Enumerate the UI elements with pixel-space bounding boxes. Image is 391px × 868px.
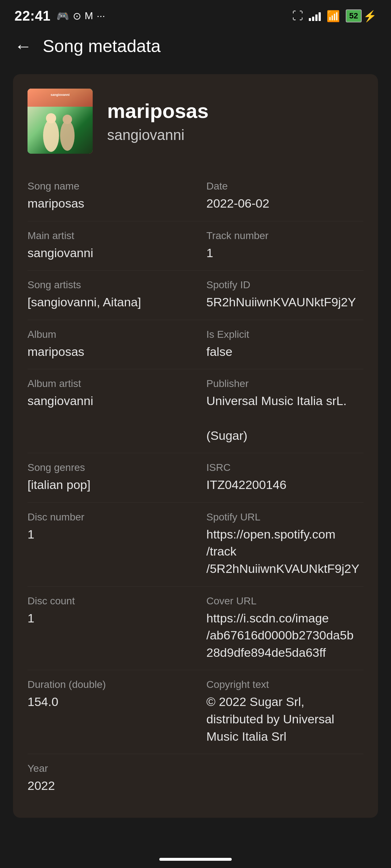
meta-value-disc-count: 1 <box>28 610 185 627</box>
status-bar: 22:41 🎮 ⊙ M ··· ⛶ 📶 52 ⚡ <box>0 0 391 29</box>
meta-value-is-explicit: false <box>206 343 363 361</box>
meta-label-song-genres: Song genres <box>28 462 185 473</box>
meta-track-number: Track number 1 <box>196 221 363 271</box>
signal-bar-3 <box>315 14 318 21</box>
song-header: sangiovanni mariposas sangiovanni <box>28 89 363 154</box>
meta-value-spotify-id: 5R2hNuiiwnKVAUNktF9j2Y <box>206 294 363 311</box>
song-artist-large: sangiovanni <box>107 127 209 143</box>
meta-value-isrc: ITZ042200146 <box>206 476 363 494</box>
meta-label-cover-url: Cover URL <box>206 595 363 607</box>
meta-value-album-artist: sangiovanni <box>28 392 185 410</box>
meta-isrc: ISRC ITZ042200146 <box>196 453 363 503</box>
status-left: 22:41 🎮 ⊙ M ··· <box>14 8 105 24</box>
meta-album: Album mariposas <box>28 320 196 370</box>
meta-label-disc-count: Disc count <box>28 595 185 607</box>
meta-song-artists: Song artists [sangiovanni, Aitana] <box>28 271 196 320</box>
meta-label-is-explicit: Is Explicit <box>206 329 363 340</box>
meta-label-album-artist: Album artist <box>28 378 185 390</box>
meta-is-explicit: Is Explicit false <box>196 320 363 370</box>
meta-spotify-url: Spotify URL https://open.spotify.com /tr… <box>196 503 363 587</box>
svg-point-3 <box>60 120 75 151</box>
meta-value-publisher: Universal Music Italia srL. (Sugar) <box>206 392 363 444</box>
battery-level: 52 <box>346 9 362 22</box>
meta-label-spotify-id: Spotify ID <box>206 279 363 291</box>
circle-icon: ⊙ <box>73 10 81 22</box>
song-title-large: mariposas <box>107 99 209 123</box>
meta-label-publisher: Publisher <box>206 378 363 390</box>
svg-rect-1 <box>28 89 93 107</box>
meta-disc-count: Disc count 1 <box>28 587 196 671</box>
bluetooth-icon: ⛶ <box>292 10 303 22</box>
meta-date: Date 2022-06-02 <box>196 172 363 221</box>
meta-label-year: Year <box>28 763 185 774</box>
svg-point-4 <box>46 113 56 123</box>
meta-label-album: Album <box>28 329 185 340</box>
meta-duration: Duration (double) 154.0 <box>28 670 196 754</box>
meta-main-artist: Main artist sangiovanni <box>28 221 196 271</box>
signal-bars <box>309 11 321 21</box>
signal-bar-4 <box>319 12 321 21</box>
top-nav: ← Song metadata <box>0 29 391 67</box>
meta-value-cover-url: https://i.scdn.co/image /ab67616d0000b27… <box>206 610 363 661</box>
home-indicator <box>159 858 232 861</box>
status-time: 22:41 <box>14 8 51 24</box>
meta-value-main-artist: sangiovanni <box>28 244 185 262</box>
mail-icon: M <box>85 10 93 22</box>
album-art-inner: sangiovanni <box>28 89 93 154</box>
meta-label-song-artists: Song artists <box>28 279 185 291</box>
meta-cover-url: Cover URL https://i.scdn.co/image /ab676… <box>196 587 363 671</box>
meta-value-song-name: mariposas <box>28 195 185 212</box>
album-art: sangiovanni <box>28 89 93 154</box>
battery-container: 52 ⚡ <box>346 9 377 22</box>
meta-label-track-number: Track number <box>206 230 363 242</box>
meta-label-copyright: Copyright text <box>206 679 363 690</box>
meta-copyright: Copyright text © 2022 Sugar Srl, distrib… <box>196 670 363 754</box>
meta-label-duration: Duration (double) <box>28 679 185 690</box>
meta-label-spotify-url: Spotify URL <box>206 511 363 523</box>
meta-value-copyright: © 2022 Sugar Srl, distributed by Univers… <box>206 693 363 745</box>
meta-right-spacer <box>196 754 363 803</box>
metadata-card: sangiovanni mariposas sangiovanni Song n… <box>13 74 378 818</box>
meta-value-year: 2022 <box>28 777 185 795</box>
back-button[interactable]: ← <box>14 36 32 56</box>
meta-year: Year 2022 <box>28 754 196 803</box>
svg-point-5 <box>63 115 72 124</box>
svg-point-2 <box>43 119 59 152</box>
game-icon: 🎮 <box>56 10 69 22</box>
meta-album-artist: Album artist sangiovanni <box>28 369 196 453</box>
meta-song-genres: Song genres [italian pop] <box>28 453 196 503</box>
meta-spotify-id: Spotify ID 5R2hNuiiwnKVAUNktF9j2Y <box>196 271 363 320</box>
dots-icon: ··· <box>97 10 105 22</box>
meta-label-main-artist: Main artist <box>28 230 185 242</box>
svg-text:sangiovanni: sangiovanni <box>51 93 70 97</box>
meta-value-spotify-url: https://open.spotify.com /track /5R2hNui… <box>206 526 363 578</box>
meta-value-disc-number: 1 <box>28 526 185 543</box>
meta-publisher: Publisher Universal Music Italia srL. (S… <box>196 369 363 453</box>
metadata-grid: Song name mariposas Date 2022-06-02 Main… <box>28 172 363 803</box>
meta-value-album: mariposas <box>28 343 185 361</box>
meta-value-song-genres: [italian pop] <box>28 476 185 494</box>
meta-value-duration: 154.0 <box>28 693 185 711</box>
signal-bar-1 <box>309 18 311 21</box>
signal-bar-2 <box>312 17 314 21</box>
status-right: ⛶ 📶 52 ⚡ <box>292 9 377 22</box>
meta-disc-number: Disc number 1 <box>28 503 196 587</box>
page-title: Song metadata <box>43 36 161 56</box>
wifi-icon: 📶 <box>327 10 340 22</box>
meta-value-song-artists: [sangiovanni, Aitana] <box>28 294 185 311</box>
meta-song-name: Song name mariposas <box>28 172 196 221</box>
meta-label-isrc: ISRC <box>206 462 363 473</box>
charging-icon: ⚡ <box>363 10 377 22</box>
meta-value-track-number: 1 <box>206 244 363 262</box>
meta-value-date: 2022-06-02 <box>206 195 363 212</box>
status-icons: 🎮 ⊙ M ··· <box>56 10 105 22</box>
meta-label-date: Date <box>206 180 363 192</box>
song-title-area: mariposas sangiovanni <box>107 99 209 143</box>
meta-label-song-name: Song name <box>28 180 185 192</box>
meta-label-disc-number: Disc number <box>28 511 185 523</box>
